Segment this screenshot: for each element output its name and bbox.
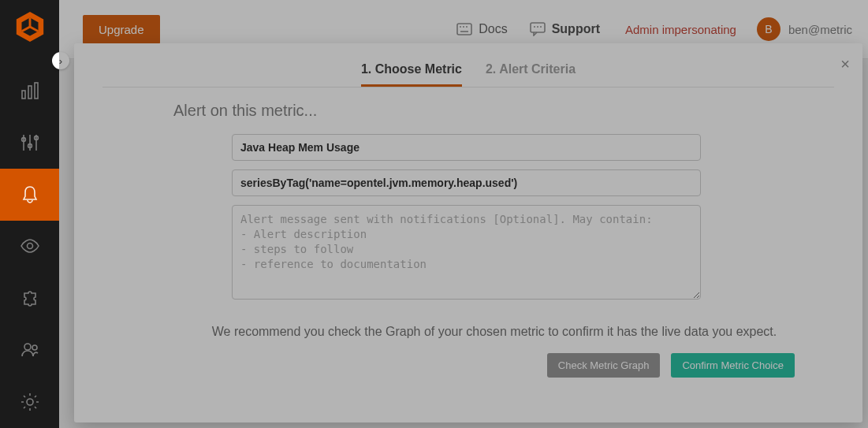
- svg-rect-6: [28, 86, 32, 99]
- eye-icon: [19, 235, 41, 257]
- nav-item-users[interactable]: [0, 324, 59, 376]
- svg-point-16: [32, 345, 37, 350]
- nav-item-dashboards[interactable]: [0, 65, 59, 117]
- gear-icon: [19, 391, 41, 413]
- svg-rect-5: [22, 91, 25, 99]
- svg-point-15: [24, 344, 31, 350]
- nav-item-integrations[interactable]: [0, 272, 59, 324]
- svg-point-14: [27, 244, 32, 249]
- nav-item-settings[interactable]: [0, 376, 59, 428]
- puzzle-icon: [19, 287, 41, 309]
- svg-rect-7: [35, 83, 38, 99]
- sliders-icon: [19, 132, 41, 154]
- modal-backdrop[interactable]: [59, 0, 868, 428]
- app-logo[interactable]: [13, 9, 47, 44]
- svg-point-17: [27, 399, 33, 405]
- left-sidebar: [0, 0, 59, 428]
- users-icon: [19, 339, 41, 361]
- nav-item-alerts[interactable]: [0, 169, 59, 221]
- hex-logo-icon: [13, 10, 47, 43]
- bar-chart-icon: [19, 80, 41, 102]
- bell-icon: [19, 184, 41, 206]
- nav-item-views[interactable]: [0, 221, 59, 273]
- nav-item-metrics[interactable]: [0, 117, 59, 169]
